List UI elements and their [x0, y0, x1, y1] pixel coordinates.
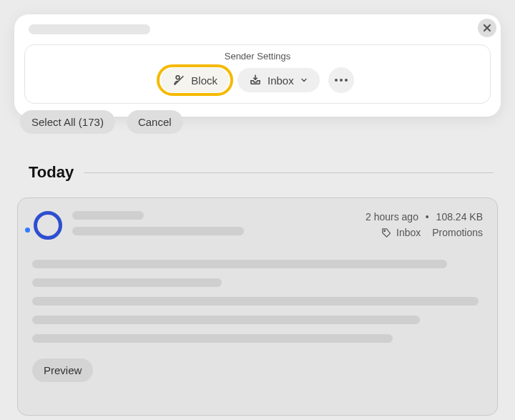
move-to-inbox-button[interactable]: Inbox — [237, 68, 320, 92]
close-button[interactable] — [478, 19, 496, 37]
unread-indicator — [25, 228, 30, 233]
sender-name-placeholder — [29, 24, 150, 34]
section-heading-row: Today — [29, 163, 494, 182]
more-options-button[interactable] — [328, 67, 354, 93]
svg-point-0 — [176, 76, 180, 79]
section-heading: Today — [29, 163, 74, 182]
sender-settings-box: Sender Settings Block Inbox — [24, 44, 491, 104]
svg-point-2 — [384, 230, 386, 231]
sender-settings-panel: Sender Settings Block Inbox — [14, 14, 501, 117]
sender-settings-row: Block Inbox — [34, 67, 481, 93]
chevron-down-icon — [300, 76, 308, 84]
message-card[interactable]: 2 hours ago • 108.24 KB Inbox Promotions… — [17, 197, 498, 416]
message-meta: 2 hours ago • 108.24 KB Inbox Promotions — [366, 211, 483, 238]
sender-name-placeholder — [72, 211, 144, 220]
block-label: Block — [191, 74, 217, 87]
body-line — [32, 278, 222, 287]
body-line — [32, 297, 479, 306]
message-folder: Inbox — [396, 227, 421, 238]
subject-placeholder — [72, 227, 244, 235]
close-icon — [483, 24, 491, 32]
message-body-preview — [32, 260, 483, 343]
select-all-button[interactable]: Select All (173) — [20, 110, 115, 134]
sender-block — [72, 211, 244, 235]
block-icon — [172, 74, 185, 87]
selection-avatar[interactable] — [34, 211, 62, 240]
meta-separator: • — [426, 211, 429, 223]
body-line — [32, 334, 393, 343]
inbox-icon — [249, 74, 262, 87]
more-icon — [335, 79, 348, 82]
preview-button[interactable]: Preview — [32, 358, 93, 382]
body-line — [32, 316, 420, 324]
message-time: 2 hours ago — [366, 211, 418, 223]
divider — [84, 172, 494, 173]
tag-icon — [381, 228, 392, 238]
message-category: Promotions — [432, 227, 483, 238]
inbox-label: Inbox — [268, 74, 294, 87]
message-header: 2 hours ago • 108.24 KB Inbox Promotions — [72, 211, 483, 238]
cancel-button[interactable]: Cancel — [127, 110, 183, 134]
body-line — [32, 260, 447, 268]
selection-actions: Select All (173) Cancel — [20, 110, 183, 134]
block-button[interactable]: Block — [161, 68, 229, 92]
message-size: 108.24 KB — [436, 211, 483, 223]
sender-settings-title: Sender Settings — [34, 51, 481, 62]
